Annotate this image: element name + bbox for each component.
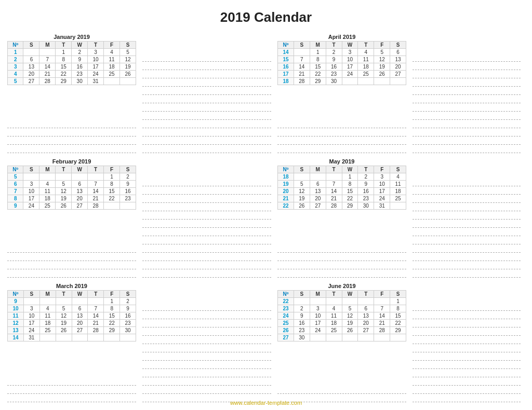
notes-col-1-row-3	[139, 281, 274, 405]
notes-col-1-row-2	[139, 156, 274, 281]
notes-col-1-row-1	[139, 32, 274, 156]
march-cell: March 2019NºSMTWTFS912103456789111011121…	[4, 281, 139, 405]
june-cell: June 2019NºSMTWTFS2212323456782491011121…	[274, 281, 409, 405]
notes-col-2-row-2	[409, 156, 524, 281]
page-title: 2019 Calendar	[0, 0, 532, 32]
footer: www.calendar-template.com	[0, 400, 532, 406]
may-cell: May 2019NºSMTWTFS18123419567891011201213…	[274, 156, 409, 281]
april-cell: April 2019NºSMTWTFS141234561578910111213…	[274, 32, 409, 156]
february-cell: February 2019NºSMTWTFS512634567897101112…	[4, 156, 139, 281]
notes-col-2-row-3	[409, 281, 524, 405]
notes-col-2-row-1	[409, 32, 524, 156]
january-cell: January 2019NºSMTWTFS1123452678910111231…	[4, 32, 139, 156]
